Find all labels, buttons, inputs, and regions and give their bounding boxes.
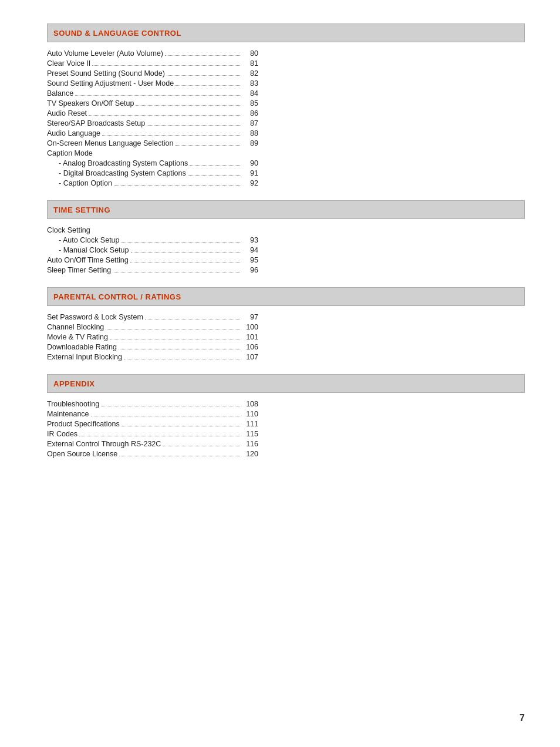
toc-item-label: - Analog Broadcasting System Captions: [47, 159, 188, 167]
toc-item: Auto On/Off Time Setting95: [47, 256, 258, 264]
toc-item: Downloadable Rating106: [47, 343, 258, 351]
toc-leader: [176, 85, 240, 86]
toc-item: Sleep Timer Setting96: [47, 266, 258, 274]
toc-page-number: 90: [242, 159, 258, 167]
page-number: 7: [519, 713, 525, 724]
section-sound-language: SOUND & LANGUAGE CONTROLAuto Volume Leve…: [47, 23, 525, 187]
toc-item: Troubleshooting108: [47, 400, 258, 408]
toc-item-label: Clear Voice II: [47, 59, 90, 68]
toc-item-label: Set Password & Lock System: [47, 313, 143, 321]
toc-item-label: IR Codes: [47, 430, 77, 438]
section-header-time-setting: TIME SETTING: [47, 200, 525, 219]
toc-leader: [131, 252, 240, 253]
toc-item: Stereo/SAP Broadcasts Setup87: [47, 119, 258, 127]
toc-item-label: Auto On/Off Time Setting: [47, 256, 129, 264]
toc-item: Product Specifications111: [47, 420, 258, 428]
toc-item-label: Maintenance: [47, 410, 89, 418]
toc-item: Audio Language88: [47, 129, 258, 137]
toc-item: - Digital Broadcasting System Captions91: [47, 169, 258, 177]
toc-item: Open Source License120: [47, 450, 258, 458]
toc-leader: [167, 75, 240, 76]
toc-page-number: 82: [242, 69, 258, 78]
toc-page-number: 88: [242, 129, 258, 137]
toc-item-label: Clock Setting: [47, 226, 90, 234]
toc-leader: [89, 115, 240, 116]
section-header-label: TIME SETTING: [53, 206, 110, 214]
section-time-setting: TIME SETTINGClock Setting- Auto Clock Se…: [47, 200, 525, 274]
toc-leader: [113, 272, 240, 272]
toc-item-label: Troubleshooting: [47, 400, 99, 408]
toc-item-label: Product Specifications: [47, 420, 120, 428]
toc-item-label: - Manual Clock Setup: [47, 246, 129, 254]
toc-item: Caption Mode: [47, 149, 258, 157]
toc-page-number: 83: [242, 79, 258, 88]
toc-leader: [119, 456, 240, 456]
toc-item: TV Speakers On/Off Setup85: [47, 99, 258, 107]
toc-leader: [114, 185, 240, 186]
toc-leader: [101, 406, 240, 406]
toc-leader: [75, 95, 240, 96]
toc-item: Preset Sound Setting (Sound Mode)82: [47, 69, 258, 78]
toc-item-label: TV Speakers On/Off Setup: [47, 99, 134, 107]
toc-item-label: Audio Language: [47, 129, 100, 137]
toc-page-number: 110: [242, 410, 258, 418]
toc-leader: [190, 165, 240, 166]
toc-page-number: 81: [242, 59, 258, 68]
toc-item-label: Sound Setting Adjustment - User Mode: [47, 79, 174, 88]
toc-item-label: Audio Reset: [47, 109, 87, 117]
toc-page-number: 80: [242, 49, 258, 58]
toc-page-number: 92: [242, 179, 258, 187]
toc-page-number: 120: [242, 450, 258, 458]
toc-page-number: 116: [242, 440, 258, 448]
toc-item: Channel Blocking100: [47, 323, 258, 331]
toc-item: IR Codes115: [47, 430, 258, 438]
toc-leader: [130, 262, 240, 263]
toc-leader: [91, 416, 240, 416]
toc-item-label: External Control Through RS-232C: [47, 440, 161, 448]
toc-page-number: 93: [242, 236, 258, 244]
toc-page-number: 101: [242, 333, 258, 341]
toc-page-number: 89: [242, 139, 258, 147]
toc-item: Set Password & Lock System97: [47, 313, 258, 321]
toc-item: Balance84: [47, 89, 258, 97]
toc-item: - Manual Clock Setup94: [47, 246, 258, 254]
toc-item-label: Downloadable Rating: [47, 343, 117, 351]
toc-leader: [119, 349, 240, 349]
toc-item: - Analog Broadcasting System Captions90: [47, 159, 258, 167]
toc-leader: [145, 319, 240, 319]
toc-item: Clock Setting: [47, 226, 258, 234]
toc-leader: [147, 125, 240, 126]
toc-page-number: 94: [242, 246, 258, 254]
toc-item-label: Open Source License: [47, 450, 117, 458]
section-header-parental-control: PARENTAL CONTROL / RATINGS: [47, 287, 525, 306]
section-header-appendix: APPENDIX: [47, 374, 525, 393]
section-header-label: APPENDIX: [53, 379, 95, 388]
toc-leader: [92, 65, 240, 66]
toc-item: External Input Blocking107: [47, 353, 258, 361]
toc-leader: [106, 329, 240, 329]
toc-item-label: Auto Volume Leveler (Auto Volume): [47, 49, 163, 58]
toc-item-label: Sleep Timer Setting: [47, 266, 111, 274]
toc-page-number: 95: [242, 256, 258, 264]
toc-item: Maintenance110: [47, 410, 258, 418]
toc-page-number: 85: [242, 99, 258, 107]
toc-item: External Control Through RS-232C116: [47, 440, 258, 448]
toc-item: Movie & TV Rating101: [47, 333, 258, 341]
toc-page-number: 106: [242, 343, 258, 351]
toc-leader: [122, 242, 240, 243]
toc-item-label: - Caption Option: [47, 179, 112, 187]
toc-item: On-Screen Menus Language Selection89: [47, 139, 258, 147]
toc-page-number: 87: [242, 119, 258, 127]
toc-item-label: Movie & TV Rating: [47, 333, 108, 341]
toc-leader: [102, 135, 240, 136]
toc-item: - Caption Option92: [47, 179, 258, 187]
toc-leader: [188, 175, 240, 176]
toc-leader: [175, 145, 240, 146]
toc-leader: [163, 446, 240, 446]
section-header-label: SOUND & LANGUAGE CONTROL: [53, 29, 181, 38]
toc-item: Clear Voice II81: [47, 59, 258, 68]
toc-page-number: 108: [242, 400, 258, 408]
toc-leader: [79, 436, 240, 436]
toc-page-number: 97: [242, 313, 258, 321]
toc-page-number: 91: [242, 169, 258, 177]
